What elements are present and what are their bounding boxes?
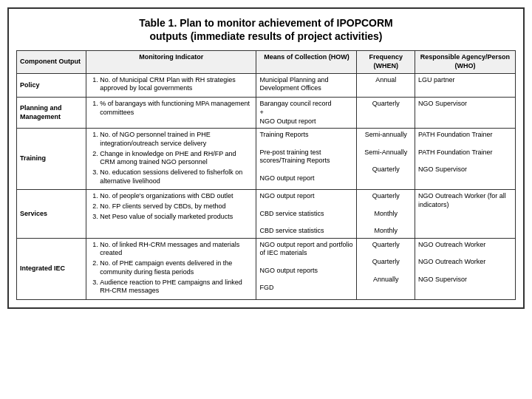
component-iec: Integrated IEC	[17, 238, 86, 299]
means-policy: Municipal Planning and Development Offic…	[256, 73, 357, 97]
freq-training: Semi-annually Semi-Annually Quarterly	[357, 129, 415, 190]
means-training: Training Reports Pre-post training test …	[256, 129, 357, 190]
component-services: Services	[17, 190, 86, 238]
means-iec: NGO output report and portfolio of IEC m…	[256, 238, 357, 299]
header-component: Component Output	[17, 51, 86, 73]
header-means: Means of Collection (HOW)	[256, 51, 357, 73]
resp-training: PATH Foundation Trainer PATH Foundation …	[415, 129, 515, 190]
table-row: Policy No. of Municipal CRM Plan with RH…	[17, 73, 516, 97]
component-training: Training	[17, 129, 86, 190]
freq-planning: Quarterly	[357, 98, 415, 129]
resp-iec: NGO Outreach Worker NGO Outreach Worker …	[415, 238, 515, 299]
indicator-training: No. of NGO personnel trained in PHE inte…	[86, 129, 256, 190]
resp-services: NGO Outreach Worker (for all indicators)	[415, 190, 515, 238]
monitoring-table: Component Output Monitoring Indicator Me…	[16, 50, 516, 300]
page-title: Table 1. Plan to monitor achievement of …	[16, 16, 516, 43]
freq-iec: Quarterly Quarterly Annually	[357, 238, 415, 299]
freq-policy: Annual	[357, 73, 415, 97]
freq-services: Quarterly Monthly Monthly	[357, 190, 415, 238]
page-container: Table 1. Plan to monitor achievement of …	[7, 7, 525, 309]
indicator-policy: No. of Municipal CRM Plan with RH strate…	[86, 73, 256, 97]
header-responsible: Responsible Agency/Person (WHO)	[415, 51, 515, 73]
table-row: Training No. of NGO personnel trained in…	[17, 129, 516, 190]
header-indicator: Monitoring Indicator	[86, 51, 256, 73]
header-frequency: Frequency (WHEN)	[357, 51, 415, 73]
indicator-services: No. of people's organizations with CBD o…	[86, 190, 256, 238]
resp-policy: LGU partner	[415, 73, 515, 97]
table-row: Planning and Management % of barangays w…	[17, 98, 516, 129]
indicator-iec: No. of linked RH-CRM messages and materi…	[86, 238, 256, 299]
component-policy: Policy	[17, 73, 86, 97]
resp-planning: NGO Supervisor	[415, 98, 515, 129]
indicator-planning: % of barangays with functioning MPA mana…	[86, 98, 256, 129]
means-services: NGO output report CBD service statistics…	[256, 190, 357, 238]
table-row: Services No. of people's organizations w…	[17, 190, 516, 238]
means-planning: Barangay council record+NGO Output repor…	[256, 98, 357, 129]
component-planning: Planning and Management	[17, 98, 86, 129]
table-row: Integrated IEC No. of linked RH-CRM mess…	[17, 238, 516, 299]
